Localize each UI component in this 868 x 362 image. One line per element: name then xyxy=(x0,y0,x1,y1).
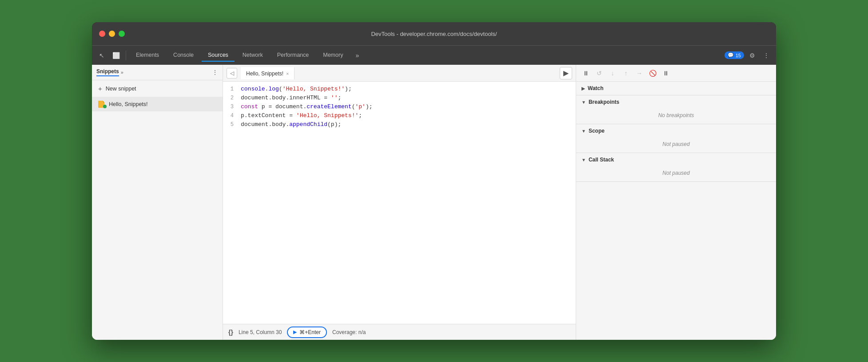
titlebar: DevTools - developer.chrome.com/docs/dev… xyxy=(92,22,776,45)
new-snippet-label: New snippet xyxy=(106,86,136,92)
new-snippet-button[interactable]: + New snippet xyxy=(92,80,223,97)
scope-label: Scope xyxy=(589,128,605,134)
deactivate-breakpoints-icon[interactable]: 🚫 xyxy=(646,67,659,79)
line-code-2: document.body.innerHTML = ''; xyxy=(241,94,341,101)
line-code-1: console.log('Hello, Snippets!'); xyxy=(241,86,352,92)
minimize-button[interactable] xyxy=(109,31,115,37)
editor-tabs: ◁ Hello, Snippets! × ▶ xyxy=(223,65,576,82)
status-bar: {} Line 5, Column 30 ▶ ⌘+Enter Coverage:… xyxy=(223,324,576,340)
maximize-button[interactable] xyxy=(119,31,125,37)
tab-console[interactable]: Console xyxy=(167,49,200,62)
breakpoints-triangle-icon: ▼ xyxy=(581,100,586,105)
editor-area: ◁ Hello, Snippets! × ▶ 1 console.log('He… xyxy=(223,65,576,340)
debugger-toolbar: ⏸ ↺ ↓ ↑ → 🚫 ⏸ xyxy=(576,65,776,82)
sidebar: Snippets » ⋮ + New snippet Hello, Snippe… xyxy=(92,65,223,340)
run-shortcut-button[interactable]: ▶ ⌘+Enter xyxy=(287,327,327,338)
run-file-icon[interactable]: ▶ xyxy=(560,67,572,79)
snippet-label: Hello, Snippets! xyxy=(109,101,148,107)
step-icon[interactable]: → xyxy=(633,67,645,79)
line-number-4: 4 xyxy=(223,113,241,119)
main-toolbar: ↖ ⬜ Elements Console Sources Network Per… xyxy=(92,45,776,65)
notif-icon: 💬 xyxy=(728,52,734,58)
code-line-1: 1 console.log('Hello, Snippets!'); xyxy=(223,85,576,94)
tab-elements[interactable]: Elements xyxy=(130,49,165,62)
main-content: Snippets » ⋮ + New snippet Hello, Snippe… xyxy=(92,65,776,340)
callstack-header[interactable]: ▼ Call Stack xyxy=(576,153,776,166)
watch-triangle-icon: ▶ xyxy=(581,86,585,91)
window-title: DevTools - developer.chrome.com/docs/dev… xyxy=(371,31,497,37)
line-code-5: document.body.appendChild(p); xyxy=(241,121,341,128)
run-shortcut-label: ⌘+Enter xyxy=(299,329,321,335)
more-tabs-icon[interactable]: » xyxy=(351,49,363,62)
snippet-item-hello[interactable]: Hello, Snippets! xyxy=(92,97,223,111)
callstack-triangle-icon: ▼ xyxy=(581,157,586,162)
callstack-not-paused-text: Not paused xyxy=(662,170,689,176)
notification-badge[interactable]: 💬 15 xyxy=(725,51,744,59)
window-controls xyxy=(99,31,125,37)
scope-header[interactable]: ▼ Scope xyxy=(576,124,776,138)
editor-tab-label: Hello, Snippets! xyxy=(246,71,283,77)
inspect-icon[interactable]: ⬜ xyxy=(110,49,122,62)
editor-tab-close-icon[interactable]: × xyxy=(286,71,289,76)
line-number-1: 1 xyxy=(223,86,241,92)
code-line-5: 5 document.body.appendChild(p); xyxy=(223,121,576,130)
tab-network[interactable]: Network xyxy=(236,49,269,62)
tab-memory[interactable]: Memory xyxy=(317,49,349,62)
run-triangle-icon: ▶ xyxy=(293,329,297,335)
watch-section: ▶ Watch xyxy=(576,82,776,95)
close-button[interactable] xyxy=(99,31,105,37)
scope-content: Not paused xyxy=(576,138,776,153)
watch-header[interactable]: ▶ Watch xyxy=(576,82,776,95)
notif-count: 15 xyxy=(736,53,741,58)
sidebar-title-text: Snippets xyxy=(96,68,119,76)
format-icon[interactable]: {} xyxy=(228,329,233,336)
callstack-content: Not paused xyxy=(576,166,776,181)
code-editor[interactable]: 1 console.log('Hello, Snippets!'); 2 doc… xyxy=(223,82,576,324)
sidebar-more-icon[interactable]: » xyxy=(121,70,123,75)
plus-icon: + xyxy=(98,85,102,92)
tab-performance[interactable]: Performance xyxy=(271,49,315,62)
breakpoints-header[interactable]: ▼ Breakpoints xyxy=(576,95,776,109)
sidebar-title: Snippets » xyxy=(96,68,123,76)
step-out-icon[interactable]: ↑ xyxy=(620,67,632,79)
snippet-file-icon xyxy=(98,101,105,108)
line-number-2: 2 xyxy=(223,95,241,101)
line-number-5: 5 xyxy=(223,122,241,128)
scope-section: ▼ Scope Not paused xyxy=(576,124,776,153)
more-options-icon[interactable]: ⋮ xyxy=(760,49,772,62)
devtools-window: DevTools - developer.chrome.com/docs/dev… xyxy=(92,22,776,340)
breakpoints-label: Breakpoints xyxy=(589,99,619,105)
line-code-3: const p = document.createElement('p'); xyxy=(241,103,372,110)
settings-icon[interactable]: ⚙ xyxy=(746,49,758,62)
scope-triangle-icon: ▼ xyxy=(581,129,586,134)
right-panel: ⏸ ↺ ↓ ↑ → 🚫 ⏸ ▶ Watch ▼ Breakpoints xyxy=(576,65,776,340)
code-line-3: 3 const p = document.createElement('p'); xyxy=(223,103,576,112)
no-breakpoints-text: No breakpoints xyxy=(658,112,694,118)
code-line-4: 4 p.textContent = 'Hello, Snippets!'; xyxy=(223,112,576,121)
code-line-2: 2 document.body.innerHTML = ''; xyxy=(223,94,576,103)
editor-tab-hello[interactable]: Hello, Snippets! × xyxy=(241,67,295,79)
line-code-4: p.textContent = 'Hello, Snippets!'; xyxy=(241,112,362,119)
pause-on-exception-icon[interactable]: ⏸ xyxy=(660,67,672,79)
sidebar-header: Snippets » ⋮ xyxy=(92,65,223,80)
green-dot-icon xyxy=(103,105,107,108)
step-into-icon[interactable]: ↓ xyxy=(606,67,619,79)
tab-sources[interactable]: Sources xyxy=(202,49,235,62)
toggle-sidebar-icon[interactable]: ◁ xyxy=(227,68,237,79)
line-column-info: Line 5, Column 30 xyxy=(239,329,282,335)
sidebar-menu-icon[interactable]: ⋮ xyxy=(212,69,218,76)
scope-not-paused-text: Not paused xyxy=(662,141,689,147)
callstack-label: Call Stack xyxy=(589,157,614,163)
toolbar-separator xyxy=(126,51,126,60)
breakpoints-content: No breakpoints xyxy=(576,109,776,124)
coverage-info: Coverage: n/a xyxy=(332,329,366,335)
step-over-icon[interactable]: ↺ xyxy=(593,67,605,79)
breakpoints-section: ▼ Breakpoints No breakpoints xyxy=(576,95,776,124)
pause-icon[interactable]: ⏸ xyxy=(580,67,592,79)
watch-label: Watch xyxy=(588,85,604,91)
line-number-3: 3 xyxy=(223,104,241,110)
cursor-tool-icon[interactable]: ↖ xyxy=(96,49,108,62)
callstack-section: ▼ Call Stack Not paused xyxy=(576,153,776,182)
